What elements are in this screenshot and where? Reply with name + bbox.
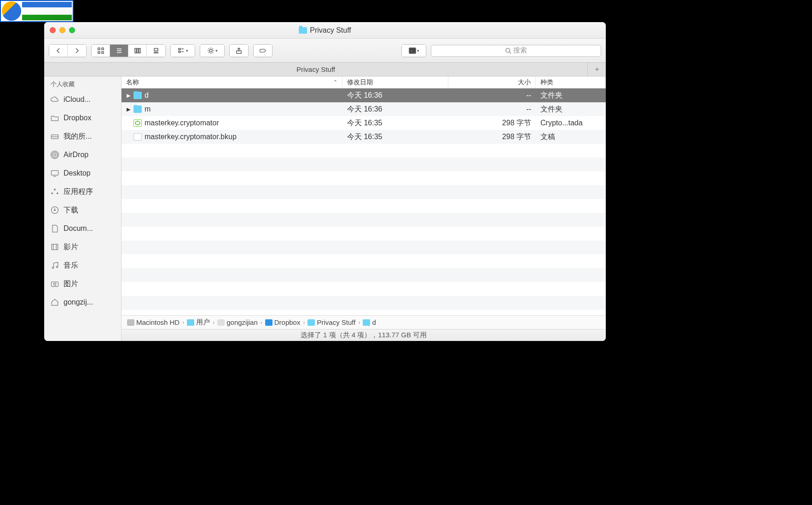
new-tab-button[interactable]: ＋ (587, 63, 606, 76)
empty-row (122, 185, 606, 199)
crumb-label: Macintosh HD (136, 318, 180, 326)
file-rows[interactable]: ▶d今天 16:36--文件夹▶m今天 16:36--文件夹masterkey.… (122, 88, 606, 315)
movies-icon (50, 242, 60, 252)
sidebar-item-music[interactable]: 音乐 (44, 256, 121, 275)
file-row[interactable]: masterkey.cryptomator.bkup今天 16:35298 字节… (122, 130, 606, 144)
empty-row (122, 199, 606, 213)
file-kind: 文件夹 (536, 91, 606, 100)
file-name: m (145, 105, 151, 113)
search-icon (505, 47, 511, 54)
path-crumb[interactable]: gongzijian (217, 318, 258, 326)
chevron-right-icon: › (261, 319, 262, 326)
path-crumb[interactable]: 用户 (187, 318, 210, 327)
svg-line-22 (510, 52, 511, 53)
empty-row (122, 158, 606, 171)
window-title-text: Privacy Stuff (310, 26, 351, 35)
svg-rect-13 (179, 48, 180, 50)
crumb-label: gongzijian (226, 318, 258, 326)
chevron-right-icon: › (213, 319, 215, 326)
column-header-size[interactable]: 大小 (448, 76, 536, 88)
folder-icon (50, 113, 60, 123)
folder-s-icon (307, 319, 315, 326)
crumb-label: Dropbox (274, 318, 301, 326)
file-name: masterkey.cryptomator.bkup (145, 133, 237, 141)
forward-button[interactable] (68, 45, 86, 57)
folder-icon (133, 106, 142, 113)
empty-row (122, 213, 606, 227)
sidebar-item-movies[interactable]: 影片 (44, 238, 121, 256)
tab-bar: Privacy Stuff ＋ (44, 63, 606, 76)
svg-rect-3 (102, 52, 104, 53)
disclosure-triangle-icon[interactable]: ▶ (126, 106, 131, 112)
back-button[interactable] (49, 45, 68, 57)
action-button[interactable]: ▾ (200, 45, 224, 57)
path-bar: Macintosh HD›用户›gongzijian›Dropbox›Priva… (122, 315, 606, 329)
file-size: -- (448, 91, 536, 100)
empty-row (122, 268, 606, 282)
column-header-name[interactable]: 名称⌃ (122, 76, 342, 88)
tags-button[interactable] (254, 45, 272, 57)
file-kind: Crypto...tada (536, 119, 606, 127)
file-date: 今天 16:35 (342, 118, 448, 128)
finder-window: Privacy Stuff ▾ ▾ >_▾ 搜索 Privacy Stuff ＋… (44, 22, 606, 341)
sidebar-item-pictures[interactable]: 图片 (44, 275, 121, 293)
sidebar-item-desktop[interactable]: Desktop (44, 164, 121, 182)
svg-rect-36 (52, 282, 58, 287)
crypt-icon (133, 119, 142, 127)
folder-s-icon (187, 319, 194, 326)
sidebar-item-airdrop[interactable]: AirDrop (44, 146, 121, 164)
column-headers: 名称⌃ 修改日期 大小 种类 (122, 76, 606, 88)
column-header-kind[interactable]: 种类 (536, 76, 606, 88)
sidebar-item-documents[interactable]: Docum... (44, 219, 121, 238)
disclosure-triangle-icon[interactable]: ▶ (126, 93, 131, 99)
list-view-button[interactable] (110, 45, 128, 57)
sidebar-item-downloads[interactable]: 下载 (44, 201, 121, 219)
svg-rect-9 (139, 48, 140, 53)
column-view-button[interactable] (128, 45, 147, 57)
coverflow-view-button[interactable] (147, 45, 165, 57)
file-row[interactable]: ▶m今天 16:36--文件夹 (122, 102, 606, 116)
path-crumb[interactable]: Privacy Stuff (307, 318, 355, 326)
empty-row (122, 296, 606, 310)
airdrop-icon (50, 150, 60, 160)
svg-rect-10 (154, 48, 158, 51)
path-crumb[interactable]: Dropbox (265, 318, 301, 326)
svg-point-25 (54, 154, 56, 156)
svg-text:>_: >_ (411, 49, 415, 53)
publisher-logo (0, 0, 74, 22)
svg-point-26 (52, 152, 58, 158)
path-crumb[interactable]: d (363, 318, 376, 326)
icon-view-button[interactable] (92, 45, 110, 57)
file-row[interactable]: ▶d今天 16:36--文件夹 (122, 88, 606, 102)
chevron-right-icon: › (182, 319, 184, 326)
status-text: 选择了 1 项（共 4 项），113.77 GB 可用 (301, 331, 427, 340)
file-date: 今天 16:36 (342, 91, 448, 100)
crumb-label: Privacy Stuff (317, 318, 355, 326)
sidebar-item-icloud[interactable]: iCloud... (44, 90, 121, 109)
chevron-right-icon: › (358, 319, 360, 326)
file-kind: 文件夹 (536, 105, 606, 114)
column-header-date[interactable]: 修改日期 (342, 76, 448, 88)
share-button[interactable] (230, 45, 248, 57)
file-row[interactable]: masterkey.cryptomator今天 16:35298 字节Crypt… (122, 116, 606, 130)
dropbox-icon (265, 319, 273, 326)
svg-rect-8 (137, 48, 138, 53)
file-date: 今天 16:35 (342, 132, 448, 142)
status-bar: 选择了 1 项（共 4 项），113.77 GB 可用 (122, 329, 606, 341)
folder-icon (133, 92, 142, 99)
search-input[interactable]: 搜索 (431, 45, 601, 57)
titlebar[interactable]: Privacy Stuff (44, 22, 606, 39)
sidebar-item-dropbox[interactable]: Dropbox (44, 109, 121, 127)
sidebar-item-myfiles[interactable]: 我的所... (44, 127, 121, 146)
sidebar-item-home[interactable]: gongzij... (44, 293, 121, 311)
svg-rect-0 (98, 48, 100, 50)
tab-privacy-stuff[interactable]: Privacy Stuff (44, 63, 587, 76)
sidebar-item-applications[interactable]: 应用程序 (44, 182, 121, 201)
window-title: Privacy Stuff (44, 26, 606, 35)
path-crumb[interactable]: Macintosh HD (127, 318, 180, 326)
arrange-button[interactable]: ▾ (171, 45, 195, 57)
file-size: 298 字节 (448, 132, 536, 142)
download-icon (50, 205, 60, 215)
home-icon (217, 319, 225, 326)
terminal-button[interactable]: >_▾ (402, 45, 426, 57)
